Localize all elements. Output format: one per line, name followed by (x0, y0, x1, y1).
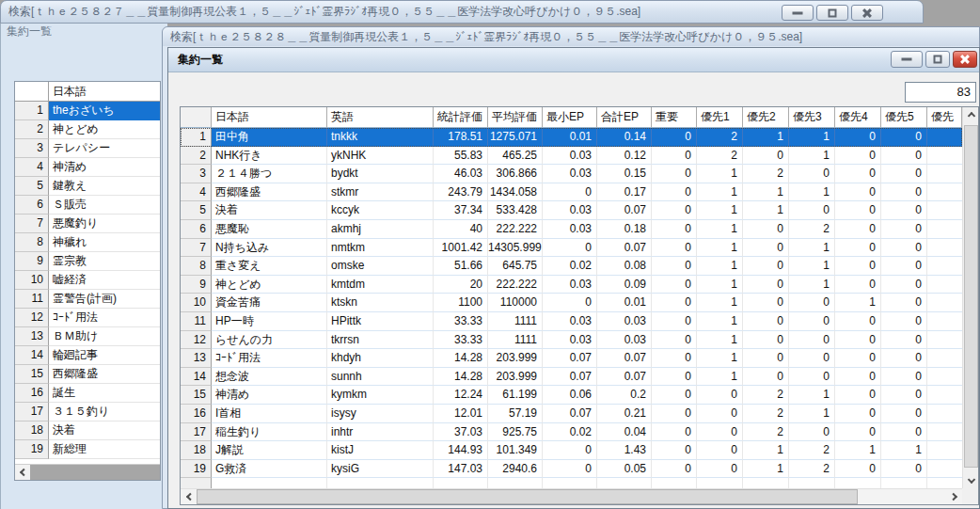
table-cell[interactable]: 1 (697, 368, 743, 387)
list-item[interactable]: 10嘘経済 (15, 271, 160, 290)
table-cell[interactable]: 0 (835, 201, 881, 220)
table-cell[interactable]: 0 (652, 386, 697, 405)
table-cell[interactable]: 1 (697, 183, 743, 202)
scroll-down-arrow[interactable] (963, 473, 979, 488)
table-cell[interactable]: 1001.42 (434, 239, 488, 258)
table-cell[interactable]: 0.17 (597, 183, 652, 202)
table-cell[interactable]: 0 (652, 147, 697, 166)
table-cell[interactable]: ykNHK (327, 147, 434, 166)
table-cell[interactable] (927, 239, 962, 258)
list-item[interactable]: 13ＢＭ助け (15, 327, 160, 346)
table-cell[interactable]: 0.15 (597, 165, 652, 183)
table-cell[interactable]: HP一時 (212, 312, 327, 331)
row-number-cell[interactable]: 18 (15, 422, 49, 440)
table-row[interactable]: 18J解説kistJ144.93101.34901.43001211 (181, 441, 962, 460)
table-cell[interactable]: 想念波 (212, 368, 327, 387)
table-cell[interactable]: 0 (835, 147, 881, 166)
row-number-cell[interactable]: 15 (181, 386, 212, 405)
table-cell[interactable]: 0 (743, 331, 789, 350)
list-item-label[interactable]: 鍵教え (49, 177, 160, 196)
table-cell[interactable]: 0 (743, 294, 789, 312)
column-header[interactable]: 優先1 (697, 107, 743, 128)
row-number-cell[interactable]: 10 (15, 271, 49, 290)
window-search-25828-titlebar[interactable]: 検索[ｔｈｅ２５８２８＿＿質量制御再現公表１，５＿＿ｼﾞｪﾄﾞ霊界ﾗｼﾞｵ再現０… (163, 27, 979, 46)
table-cell[interactable]: isysy (327, 405, 434, 423)
minimize-button[interactable] (891, 51, 923, 68)
table-cell[interactable]: 1.43 (597, 441, 652, 460)
table-row[interactable]: 5決着kccyk37.34533.4280.030.07011000 (181, 201, 962, 220)
row-number-cell[interactable]: 4 (181, 183, 212, 202)
table-cell[interactable]: 1100 (434, 294, 488, 312)
table-cell[interactable] (927, 405, 962, 423)
table-cell[interactable]: sunnh (327, 368, 434, 387)
row-number-cell[interactable]: 11 (15, 290, 49, 309)
table-cell[interactable]: 1 (789, 257, 835, 276)
table-cell[interactable]: 0.07 (543, 405, 597, 423)
table-cell[interactable]: 0 (543, 239, 597, 258)
table-cell[interactable]: 0 (881, 294, 927, 312)
column-header[interactable]: 優先2 (743, 107, 789, 128)
table-row[interactable]: 2NHK行きykNHK55.83465.250.030.12020100 (181, 147, 962, 166)
table-cell[interactable]: 0.03 (597, 331, 652, 350)
table-cell[interactable]: 2 (743, 423, 789, 442)
table-row[interactable]: 12らせんの力tkrrsn33.3311110.030.03010000 (181, 331, 962, 350)
table-row[interactable]: 13ｺｰﾄﾞ用法khdyh14.28203.9990.070.07010000 (181, 349, 962, 368)
table-cell[interactable]: 0 (652, 331, 697, 350)
row-number-cell[interactable]: 12 (15, 309, 49, 327)
table-cell[interactable]: 0.03 (543, 165, 597, 183)
column-header[interactable]: 最小EP (543, 107, 597, 128)
table-cell[interactable]: 0 (543, 294, 597, 312)
table-cell[interactable]: 1 (835, 441, 881, 460)
table-cell[interactable]: 0 (881, 128, 927, 147)
table-cell[interactable]: 51.66 (434, 257, 488, 276)
table-cell[interactable]: 0 (835, 183, 881, 202)
list-item[interactable]: 15西郷隆盛 (15, 365, 160, 384)
list-item[interactable]: 4神清め (15, 158, 160, 177)
left-list-hscrollbar[interactable] (15, 464, 160, 480)
table-cell[interactable]: 0.21 (597, 405, 652, 423)
table-cell[interactable]: 2940.6 (488, 460, 543, 479)
column-header[interactable]: 英語 (327, 107, 434, 128)
table-cell[interactable]: 0 (543, 183, 597, 202)
table-cell[interactable]: 1 (697, 220, 743, 239)
table-cell[interactable]: 0.07 (597, 349, 652, 368)
table-cell[interactable]: 0 (652, 257, 697, 276)
table-cell[interactable]: 2 (697, 147, 743, 166)
list-item[interactable]: 3テレパシー (15, 139, 160, 158)
row-number-cell[interactable]: 8 (15, 233, 49, 252)
scroll-thumb[interactable] (30, 465, 160, 480)
minimize-button[interactable] (782, 5, 814, 21)
list-item-label[interactable]: Ｓ販売 (49, 196, 160, 215)
table-cell[interactable] (927, 220, 962, 239)
table-cell[interactable]: 33.33 (434, 312, 488, 331)
table-cell[interactable]: 0 (652, 165, 697, 183)
list-item-label[interactable]: 輪廻記事 (49, 346, 160, 365)
table-cell[interactable]: 0 (789, 201, 835, 220)
table-cell[interactable]: kistJ (327, 441, 434, 460)
table-cell[interactable]: 925.75 (488, 423, 543, 442)
scroll-right-arrow[interactable] (946, 489, 962, 504)
table-cell[interactable]: I首相 (212, 405, 327, 423)
table-cell[interactable]: 0.01 (543, 128, 597, 147)
list-item-label[interactable]: 神清め (49, 158, 160, 177)
table-cell[interactable]: 0.03 (597, 312, 652, 331)
list-item[interactable]: 7悪魔釣り (15, 215, 160, 233)
table-cell[interactable]: 222.222 (488, 276, 543, 294)
table-cell[interactable]: 0.09 (597, 276, 652, 294)
table-cell[interactable]: 1 (881, 441, 927, 460)
scroll-thumb[interactable] (197, 489, 858, 504)
table-cell[interactable]: 1 (743, 128, 789, 147)
table-cell[interactable]: らせんの力 (212, 331, 327, 350)
detail-titlebar[interactable]: 集約一覧 (168, 48, 979, 72)
list-item[interactable]: 1theおざいち (15, 102, 160, 120)
table-cell[interactable] (927, 257, 962, 276)
table-cell[interactable] (927, 276, 962, 294)
table-cell[interactable]: 1 (789, 183, 835, 202)
row-number-cell[interactable]: 5 (15, 177, 49, 196)
scroll-left-arrow[interactable] (181, 489, 197, 504)
list-item-label[interactable]: テレパシー (49, 139, 160, 158)
column-header[interactable]: 合計EP (597, 107, 652, 128)
detail-table-vscrollbar[interactable] (962, 107, 978, 488)
table-cell[interactable]: 0.02 (543, 423, 597, 442)
list-item-label[interactable]: theおざいち (49, 102, 160, 120)
